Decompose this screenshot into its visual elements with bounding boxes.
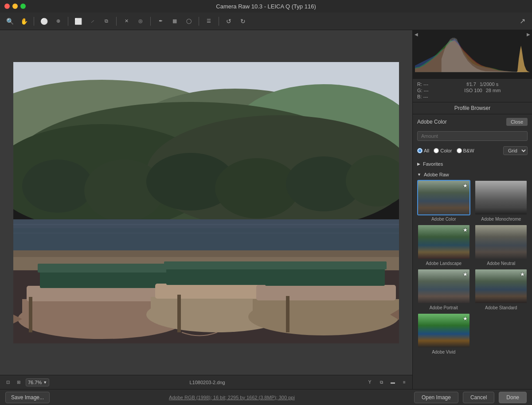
redeye-tool[interactable]: ◎	[135, 16, 146, 27]
filter-bw-radio[interactable]	[457, 148, 462, 153]
focal-value: 28 mm	[486, 88, 501, 93]
profile-adobe-portrait[interactable]: ★ Adobe Portrait	[416, 269, 471, 310]
filter-color-label: Color	[440, 148, 452, 153]
svg-rect-16	[13, 224, 399, 225]
svg-rect-25	[40, 270, 168, 288]
profile-thumb-adobe-neutral[interactable]	[474, 224, 528, 260]
filter-bw[interactable]: B&W	[457, 148, 474, 153]
radial-filter-tool[interactable]: ◯	[184, 16, 194, 27]
spot-removal-tool[interactable]: ✕	[121, 16, 132, 27]
profile-browser-header: Profile Browser	[413, 102, 532, 114]
star-icon-adobe-color[interactable]: ★	[463, 183, 468, 189]
profile-thumb-adobe-vivid[interactable]: ★	[417, 313, 470, 348]
zoom-tool[interactable]: 🔍	[4, 16, 15, 27]
profile-adobe-landscape[interactable]: ★ Adobe Landscape	[416, 224, 471, 266]
redo-button[interactable]: ↻	[238, 16, 248, 27]
zoom-display[interactable]: 76.7% ▼	[26, 378, 49, 386]
crop-tool[interactable]: ⬜	[73, 16, 83, 27]
maximize-button[interactable]	[20, 4, 26, 9]
profile-name-adobe-color: Adobe Color	[431, 217, 456, 222]
window-controls[interactable]	[4, 4, 26, 9]
star-icon-adobe-standard[interactable]: ★	[520, 271, 525, 277]
svg-rect-41	[286, 296, 289, 332]
iso-focal-row: ISO 100 28 mm	[464, 88, 501, 93]
filter-color-radio[interactable]	[434, 148, 439, 153]
filmstrip-icon[interactable]: ▬	[388, 378, 397, 387]
file-info-link[interactable]: Adobe RGB (1998); 16 bit; 2295 by 1662 (…	[169, 395, 295, 400]
clipping-shadows-icon[interactable]: ◀	[415, 32, 418, 37]
rgb-values: R: --- G: --- B: ---	[417, 82, 429, 99]
filter-all-radio[interactable]	[417, 148, 422, 153]
view-select[interactable]: Grid List	[503, 146, 528, 155]
favorites-section-header[interactable]: ▶ Favorites	[416, 159, 528, 169]
profile-name-adobe-neutral: Adobe Neutral	[487, 261, 515, 266]
fit-screen-icon[interactable]: ⊡	[4, 378, 12, 387]
window-title: Camera Raw 10.3 - LEICA Q (Typ 116)	[216, 3, 316, 10]
toolbar-separator-3	[116, 17, 117, 26]
graduated-filter-tool[interactable]: ▦	[169, 16, 180, 27]
profile-thumb-adobe-portrait[interactable]: ★	[417, 269, 470, 304]
toolbar-separator-5	[199, 17, 199, 26]
cancel-button[interactable]: Cancel	[463, 392, 494, 403]
color-sampler-tool[interactable]: ⊕	[53, 16, 63, 27]
toolbar-separator-6	[219, 17, 219, 26]
adjustment-brush-tool[interactable]: ✒	[155, 16, 166, 27]
image-canvas[interactable]	[0, 30, 412, 375]
straighten-tool[interactable]: ⟋	[87, 16, 98, 27]
exposure-values: f/1.7 1/2000 s ISO 100 28 mm	[438, 82, 528, 99]
profile-scroll[interactable]: ▶ Favorites ▼ Adobe Raw ★ Adobe Color	[413, 159, 532, 389]
open-image-button[interactable]: Open Image	[414, 392, 458, 403]
profile-adobe-color[interactable]: ★ Adobe Color	[416, 180, 471, 222]
iso-value: ISO 100	[464, 88, 482, 93]
svg-rect-17	[13, 228, 399, 229]
profile-adobe-vivid[interactable]: ★ Adobe Vivid	[416, 313, 471, 354]
presets-tool[interactable]: ☰	[203, 16, 214, 27]
toolbar: 🔍 ✋ ⚪ ⊕ ⬜ ⟋ ⧉ ✕ ◎ ✒ ▦ ◯ ☰ ↺ ↻ ↗	[0, 12, 532, 30]
profile-thumb-adobe-landscape[interactable]: ★	[417, 224, 470, 260]
profile-adobe-monochrome[interactable]: Adobe Monochrome	[474, 180, 529, 222]
profile-grid: ★ Adobe Color Adobe Monochrome ★	[416, 180, 528, 357]
adobe-color-row: Adobe Color Close	[413, 114, 532, 129]
file-info: Adobe RGB (1998); 16 bit; 2295 by 1662 (…	[54, 395, 410, 400]
white-balance-tool[interactable]: ⚪	[39, 16, 49, 27]
fill-screen-icon[interactable]: ⊞	[14, 378, 23, 387]
adobe-raw-arrow-icon: ▼	[417, 172, 421, 177]
adobe-raw-section-header[interactable]: ▼ Adobe Raw	[416, 169, 528, 180]
undo-button[interactable]: ↺	[223, 16, 234, 27]
photo-container	[13, 62, 399, 343]
filter-color[interactable]: Color	[434, 148, 452, 153]
svg-rect-34	[256, 285, 396, 300]
profile-name-adobe-vivid: Adobe Vivid	[432, 350, 455, 354]
clipping-highlights-icon[interactable]: ▶	[527, 32, 530, 37]
hand-tool[interactable]: ✋	[19, 16, 29, 27]
profile-thumb-adobe-monochrome[interactable]	[474, 180, 528, 215]
camera-info: R: --- G: --- B: --- f/1.7 1/2000 s ISO …	[413, 79, 532, 102]
star-icon-adobe-vivid[interactable]: ★	[463, 315, 468, 322]
image-bottom-bar: ⊡ ⊞ 76.7% ▼ L1080203-2.dng Y ⧉ ▬ ≡	[0, 375, 412, 389]
transform-tool[interactable]: ⧉	[101, 16, 112, 27]
zoom-dropdown-icon[interactable]: ▼	[43, 380, 47, 385]
svg-rect-18	[13, 233, 399, 234]
svg-rect-26	[38, 264, 171, 273]
profile-adobe-neutral[interactable]: Adobe Neutral	[474, 224, 529, 266]
profile-thumb-adobe-standard[interactable]: ★	[474, 269, 528, 304]
titlebar: Camera Raw 10.3 - LEICA Q (Typ 116)	[0, 0, 532, 12]
star-icon-adobe-landscape[interactable]: ★	[463, 227, 468, 233]
amount-input[interactable]	[417, 131, 528, 141]
svg-rect-39	[29, 297, 32, 332]
done-button[interactable]: Done	[499, 392, 527, 403]
close-button[interactable]: Close	[506, 118, 528, 126]
export-icon[interactable]: ↗	[517, 16, 528, 27]
compare-icon[interactable]: ⧉	[377, 378, 386, 387]
save-image-button[interactable]: Save Image...	[5, 392, 50, 403]
star-icon-adobe-portrait[interactable]: ★	[463, 271, 468, 277]
minimize-button[interactable]	[12, 4, 18, 9]
right-panel: ◀ ▶ R: ---	[412, 30, 532, 389]
workflow-icon[interactable]: Y	[365, 378, 374, 387]
svg-rect-40	[177, 295, 181, 332]
filter-all[interactable]: All	[417, 148, 429, 153]
close-button[interactable]	[4, 4, 10, 9]
profile-adobe-standard[interactable]: ★ Adobe Standard	[474, 269, 529, 310]
profile-thumb-adobe-color[interactable]: ★	[417, 180, 470, 215]
panels-icon[interactable]: ≡	[400, 378, 409, 387]
